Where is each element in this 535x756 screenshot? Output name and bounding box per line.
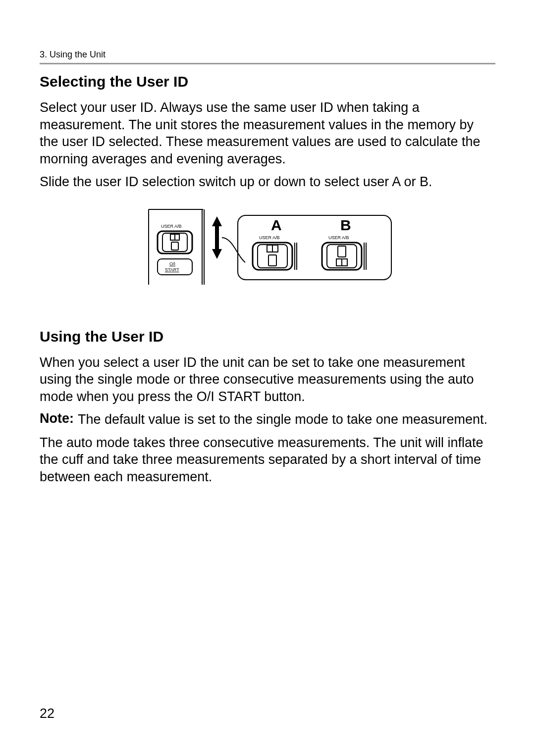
arrow-down-icon [212,249,222,259]
label-start: START [165,267,179,272]
note-body: The default value is set to the single m… [78,411,487,428]
label-user-ab-a: USER A/B [259,235,280,240]
note-label: Note: [40,411,74,428]
svg-rect-10 [215,225,219,250]
label-b: B [340,217,351,233]
figure-userid-switch: USER A/B O/I START A USER A/B B USER [40,205,495,304]
label-a: A [271,217,282,233]
paragraph: The auto mode takes three consecutive me… [40,434,495,486]
svg-rect-8 [171,242,178,250]
paragraph: When you select a user ID the unit can b… [40,354,495,405]
label-user-ab-b: USER A/B [328,235,349,240]
arrow-up-icon [212,216,222,226]
heading-using-userid: Using the User ID [40,328,495,345]
label-oi: O/I [169,261,175,266]
paragraph: Select your user ID. Always use the same… [40,99,495,167]
label-user-ab: USER A/B [161,224,182,229]
svg-rect-20 [338,246,346,257]
chapter-header: 3. Using the Unit [40,50,495,64]
heading-selecting-userid: Selecting the User ID [40,73,495,90]
note: Note: The default value is set to the si… [40,411,495,428]
svg-rect-15 [268,255,276,266]
page-number: 22 [40,706,54,721]
userid-switch-illustration: USER A/B O/I START A USER A/B B USER [139,205,396,304]
paragraph: Slide the user ID selection switch up or… [40,173,495,191]
